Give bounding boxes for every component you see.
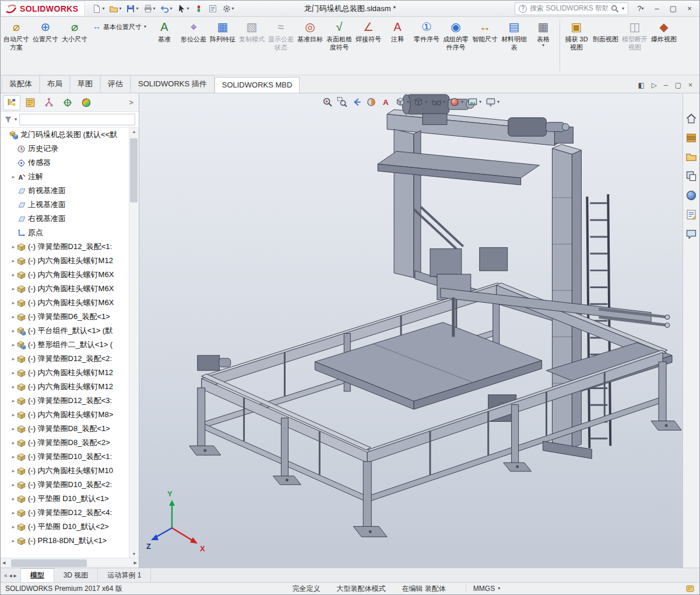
tree-item[interactable]: ▸(-) 弹簧垫圈D10_装配<1: xyxy=(1,450,129,464)
expand-icon[interactable]: ▸ xyxy=(10,468,17,474)
tree-item[interactable]: 上视基准面 xyxy=(1,198,129,212)
tree-item[interactable]: ▸(-) 弹簧垫圈D12_装配<4: xyxy=(1,506,129,520)
expand-icon[interactable]: ▸ xyxy=(10,314,17,320)
tree-item[interactable]: 右视基准面 xyxy=(1,212,129,226)
dimxpertmanager-tab[interactable] xyxy=(59,95,76,110)
expand-icon[interactable]: ▸ xyxy=(10,286,17,292)
expand-icon[interactable]: ▸ xyxy=(10,398,17,404)
doc-restore-icon[interactable]: ▢ xyxy=(675,81,681,89)
tree-item[interactable]: ▸A注解 xyxy=(1,170,129,184)
dropdown-caret-icon[interactable]: ▾ xyxy=(461,100,463,104)
expand-icon[interactable]: ▸ xyxy=(10,258,17,264)
tree-item[interactable]: ▸(-) 弹簧垫圈D8_装配<1> xyxy=(1,422,129,436)
dropdown-caret-icon[interactable]: ▾ xyxy=(119,6,121,11)
datum-target-button[interactable]: ◎基准目标 xyxy=(296,18,325,71)
tree-item[interactable]: ▸(-) 内六角圆柱头螺钉M12 xyxy=(1,366,129,380)
tree-item[interactable]: ▸(-) 弹簧垫圈D12_装配<3: xyxy=(1,394,129,408)
weld-symbol-button[interactable]: ∠焊接符号 xyxy=(354,18,383,71)
panel-flyout-chevron[interactable]: > xyxy=(126,98,136,107)
edit-appearance-button[interactable]: ▾ xyxy=(449,97,463,107)
tree-item[interactable]: ▸(-) 内六角圆柱头螺钉M10 xyxy=(1,464,129,478)
view-palette-button[interactable] xyxy=(685,170,698,183)
file-explorer-button[interactable] xyxy=(685,150,698,163)
hide-show-items-button[interactable]: ▾ xyxy=(431,97,445,107)
section-view-button[interactable]: 剖面视图 xyxy=(591,18,620,71)
featuremanager-tab[interactable] xyxy=(3,95,20,110)
display-style-button[interactable]: ▾ xyxy=(413,97,427,107)
tree-item[interactable]: ▸(-) 内六角圆柱头螺钉M6X xyxy=(1,296,129,310)
previous-view-button[interactable] xyxy=(351,97,362,107)
propertymanager-tab[interactable] xyxy=(22,95,39,110)
expand-icon[interactable]: ▸ xyxy=(10,244,17,250)
minimize-button[interactable]: – xyxy=(649,2,664,15)
geometric-tolerance-button[interactable]: ⌖形位公差 xyxy=(179,18,208,71)
view-settings-button[interactable]: ▾ xyxy=(486,97,500,107)
tree-item[interactable]: ▸(-) 内六角圆柱头螺钉M12 xyxy=(1,380,129,394)
scroll-thumb[interactable] xyxy=(130,138,138,202)
dropdown-caret-icon[interactable]: ▾ xyxy=(542,43,544,48)
doc-close-icon[interactable]: × xyxy=(688,81,692,89)
tree-item[interactable]: ▸(-) 弹簧垫圈D6_装配<1> xyxy=(1,310,129,324)
scroll-left-icon[interactable]: ◀ xyxy=(2,561,5,565)
graphics-viewport[interactable]: A▾▾▾▾▾▾ Y X Z xyxy=(139,93,683,568)
tree-item[interactable]: 传感器 xyxy=(1,156,129,170)
tree-item[interactable]: ▸(-) 内六角圆柱头螺钉M6X xyxy=(1,282,129,296)
print-button[interactable]: ▾ xyxy=(142,3,157,15)
previous-tab-icon[interactable]: ◂ xyxy=(9,572,12,579)
section-view-button[interactable] xyxy=(366,97,377,107)
custom-properties-button[interactable] xyxy=(685,208,698,221)
tree-item[interactable]: ▸(-) 弹簧垫圈D12_装配<2: xyxy=(1,352,129,366)
zoom-fit-button[interactable] xyxy=(322,97,333,107)
zoom-area-button[interactable] xyxy=(337,97,347,107)
command-tab[interactable]: SOLIDWORKS MBD xyxy=(214,77,300,93)
help-button[interactable]: ? ▾ xyxy=(633,2,648,15)
scroll-up-icon[interactable]: ▲ xyxy=(132,130,136,134)
dropdown-caret-icon[interactable]: ▾ xyxy=(232,6,234,11)
scroll-right-icon[interactable]: ▶ xyxy=(134,561,137,565)
auto-dimension-scheme-button[interactable]: ⌀自动尺寸方案 xyxy=(2,18,31,71)
tree-item[interactable]: 原点 xyxy=(1,226,129,240)
expand-icon[interactable]: ▸ xyxy=(10,328,17,334)
expand-icon[interactable]: ▸ xyxy=(10,174,17,180)
auto-balloon-button[interactable]: ◉成组的零件序号 xyxy=(441,18,470,71)
model-3d-view[interactable] xyxy=(139,93,683,568)
tree-item[interactable]: ▸(-) 平垫圈 D10_默认<2> xyxy=(1,520,129,534)
help-search[interactable]: ? 搜索 SOLIDWORKS 帮助 ▾ xyxy=(515,2,628,15)
tree-item[interactable]: 前视基准面 xyxy=(1,184,129,198)
pane-next-icon[interactable]: ▷ xyxy=(652,81,657,89)
tree-item[interactable]: ▸(-) 平垫圈 D10_默认<1> xyxy=(1,492,129,506)
balloon-button[interactable]: ①零件序号 xyxy=(412,18,441,71)
expand-icon[interactable]: ▸ xyxy=(10,342,17,348)
tree-item[interactable]: ▸(-) 整形组件二_默认<1> ( xyxy=(1,338,129,352)
search-input[interactable]: 搜索 SOLIDWORKS 帮助 xyxy=(530,4,608,13)
tree-item[interactable]: ▸(-) 内六角圆柱头螺钉M8> xyxy=(1,408,129,422)
expand-icon[interactable]: ▸ xyxy=(10,440,17,446)
options-button[interactable]: ▾ xyxy=(220,3,236,15)
location-dimension-button[interactable]: ⊕位置尺寸 xyxy=(31,18,60,71)
new-document-button[interactable]: ▾ xyxy=(90,3,106,15)
tree-item[interactable]: ▸(-) 内六角圆柱头螺钉M12 xyxy=(1,254,129,268)
datum-button[interactable]: A基准 xyxy=(150,18,179,71)
home-button[interactable] xyxy=(685,112,698,125)
units-caret[interactable]: ▾ xyxy=(498,586,500,591)
apply-scene-button[interactable]: ▾ xyxy=(467,97,481,107)
dropdown-caret-icon[interactable]: ▾ xyxy=(144,24,146,29)
scroll-down-icon[interactable]: ▼ xyxy=(132,552,136,556)
dropdown-caret-icon[interactable]: ▾ xyxy=(479,100,481,104)
expand-icon[interactable]: ▸ xyxy=(10,426,17,432)
exploded-view-button[interactable]: ◆爆炸视图 xyxy=(649,18,678,71)
pattern-feature-button[interactable]: ▦阵列特征 xyxy=(208,18,237,71)
tree-item[interactable]: ▸(-) 弹簧垫圈D8_装配<2> xyxy=(1,436,129,450)
solidworks-logo[interactable]: SOLIDWORKS xyxy=(1,1,85,16)
file-properties-button[interactable] xyxy=(206,3,219,15)
solidworks-forum-button[interactable] xyxy=(685,228,698,240)
surface-finish-button[interactable]: √表面粗糙度符号 xyxy=(325,18,354,71)
filter-caret[interactable]: ▾ xyxy=(15,117,17,122)
tables-button[interactable]: ▦表格▾ xyxy=(529,18,558,71)
dropdown-caret-icon[interactable]: ▾ xyxy=(497,100,500,104)
expand-icon[interactable]: ▸ xyxy=(10,454,17,460)
dropdown-caret-icon[interactable]: ▾ xyxy=(425,100,427,104)
units-selector[interactable]: MMGS ▾ xyxy=(466,584,515,593)
undo-button[interactable]: ▾ xyxy=(159,3,174,15)
tree-item[interactable]: ▸(-) PR18-8DN_默认<1> xyxy=(1,534,129,548)
